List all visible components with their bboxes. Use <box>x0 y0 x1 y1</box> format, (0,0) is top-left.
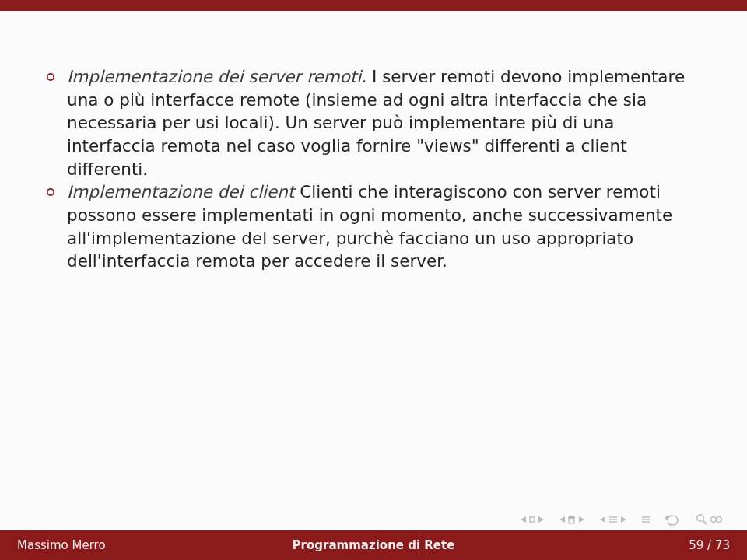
triangle-right-icon <box>577 516 585 523</box>
nav-controls <box>520 513 724 526</box>
svg-point-21 <box>717 517 722 523</box>
undo-icon <box>665 513 682 526</box>
bullet-item: Implementazione dei client Clienti che i… <box>45 180 702 273</box>
bullet-dot-icon <box>45 180 56 273</box>
top-accent-bar <box>0 0 747 11</box>
nav-undo[interactable] <box>665 513 682 526</box>
svg-marker-17 <box>665 515 668 521</box>
svg-marker-8 <box>579 516 584 523</box>
triangle-right-icon <box>619 516 627 523</box>
lines-icon <box>608 516 618 523</box>
svg-rect-7 <box>569 516 574 519</box>
footer-title: Programmazione di Rete <box>293 538 455 552</box>
footer-page: 59 / 73 <box>689 538 730 552</box>
nav-next[interactable] <box>641 516 651 523</box>
svg-marker-9 <box>600 516 605 523</box>
doc-icon <box>568 516 576 524</box>
triangle-left-icon <box>599 516 607 523</box>
nav-prev[interactable] <box>599 516 627 523</box>
footer-bar: Massimo Merro Programmazione di Rete 59 … <box>0 530 747 560</box>
svg-marker-5 <box>559 516 565 523</box>
nav-search[interactable] <box>696 513 724 526</box>
square-icon <box>529 516 535 523</box>
nav-prev-section[interactable] <box>559 516 585 524</box>
slide-content: Implementazione dei server remoti. I ser… <box>0 11 747 530</box>
svg-point-0 <box>47 74 54 80</box>
bullet-text: Implementazione dei client Clienti che i… <box>67 180 702 273</box>
svg-marker-2 <box>521 516 526 523</box>
bullet-text: Implementazione dei server remoti. I ser… <box>67 65 702 180</box>
triangle-left-icon <box>559 516 566 523</box>
bullet-title: Implementazione dei client <box>67 182 300 201</box>
triangle-left-icon <box>520 516 528 523</box>
bullet-dot-icon <box>45 65 56 180</box>
nav-circles-icon <box>710 514 724 525</box>
bullet-item: Implementazione dei server remoti. I ser… <box>45 65 702 180</box>
nav-first[interactable] <box>520 516 545 523</box>
svg-point-20 <box>711 517 717 523</box>
search-icon <box>696 513 708 526</box>
svg-marker-13 <box>621 516 626 523</box>
footer-author: Massimo Merro <box>17 538 106 552</box>
lines-icon <box>641 516 651 523</box>
bullet-title: Implementazione dei server remoti. <box>67 67 372 86</box>
svg-rect-3 <box>530 517 535 522</box>
slide: Implementazione dei server remoti. I ser… <box>0 0 747 560</box>
svg-point-1 <box>47 189 54 195</box>
svg-marker-4 <box>538 516 544 523</box>
svg-point-18 <box>697 515 703 521</box>
triangle-right-icon <box>537 516 545 523</box>
svg-line-19 <box>703 521 707 525</box>
